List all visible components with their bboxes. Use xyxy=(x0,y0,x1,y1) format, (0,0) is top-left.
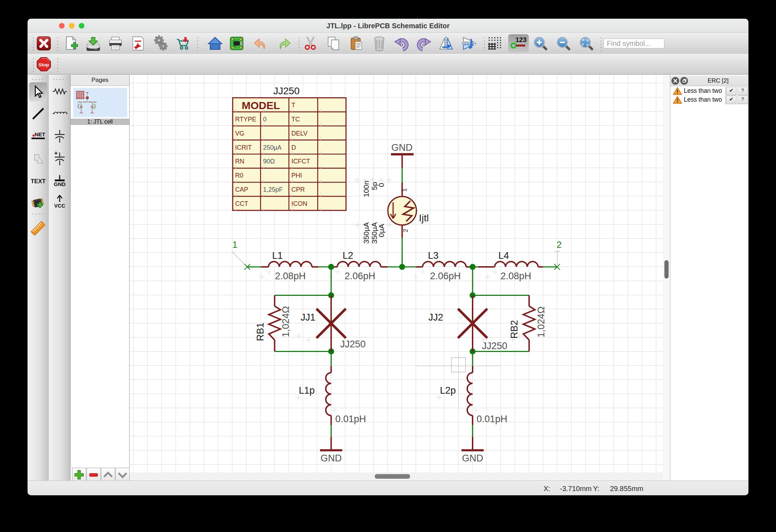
svg-text:MODEL: MODEL xyxy=(242,100,280,111)
svg-text:0.01pH: 0.01pH xyxy=(476,414,507,424)
svg-text:RTYPE: RTYPE xyxy=(235,116,256,123)
svg-text:ICFCT: ICFCT xyxy=(291,158,310,165)
svg-text:CAP: CAP xyxy=(235,186,248,193)
svg-text:D: D xyxy=(291,144,296,151)
svg-text:RB1: RB1 xyxy=(255,323,266,341)
svg-text:L1p: L1p xyxy=(299,385,315,396)
svg-text:ICRIT: ICRIT xyxy=(235,144,252,151)
svg-text:L1: L1 xyxy=(272,250,283,261)
svg-text:0µA: 0µA xyxy=(377,224,385,237)
svg-text:123: 123 xyxy=(515,36,527,43)
svg-text:1: 1 xyxy=(401,188,408,191)
svg-text:TEXT: TEXT xyxy=(31,178,46,184)
svg-text:GND: GND xyxy=(321,453,342,464)
svg-text:ICON: ICON xyxy=(291,200,307,207)
svg-text:VCC: VCC xyxy=(54,203,65,209)
svg-text:2.06pH: 2.06pH xyxy=(344,271,375,281)
svg-text:JJ1: JJ1 xyxy=(301,312,315,323)
svg-text:L3: L3 xyxy=(428,250,438,261)
svg-text:2.08pH: 2.08pH xyxy=(275,271,306,281)
svg-text:250µA: 250µA xyxy=(263,144,282,151)
svg-text:1,024Ω: 1,024Ω xyxy=(536,306,546,337)
svg-text:0.01pH: 0.01pH xyxy=(335,414,366,424)
svg-text:0: 0 xyxy=(377,183,385,187)
svg-text:NET: NET xyxy=(35,131,45,137)
svg-text:350µA: 350µA xyxy=(362,222,370,244)
svg-text:2: 2 xyxy=(402,229,409,232)
svg-text:L2: L2 xyxy=(343,250,353,261)
svg-text:GND: GND xyxy=(54,181,66,187)
svg-text:100n: 100n xyxy=(362,181,370,197)
svg-text:1,024Ω: 1,024Ω xyxy=(280,306,291,337)
svg-text:2.08pH: 2.08pH xyxy=(500,271,531,281)
svg-text:R0: R0 xyxy=(235,172,243,179)
svg-text:PHI: PHI xyxy=(291,172,302,179)
svg-text:VG: VG xyxy=(235,130,244,137)
svg-text:0: 0 xyxy=(263,116,267,123)
svg-text:2: 2 xyxy=(557,239,562,250)
svg-text:T: T xyxy=(291,102,295,109)
svg-text:CPR: CPR xyxy=(291,186,305,193)
svg-text:2.06pH: 2.06pH xyxy=(430,271,461,281)
svg-text:GND: GND xyxy=(391,142,413,153)
svg-text:DELV: DELV xyxy=(291,130,308,137)
svg-text:Ijtl: Ijtl xyxy=(419,213,429,223)
svg-text:Stop: Stop xyxy=(38,62,49,67)
svg-text:90Ω: 90Ω xyxy=(263,158,275,165)
svg-text:JJ250: JJ250 xyxy=(340,339,366,349)
svg-text:JJ250: JJ250 xyxy=(482,341,507,351)
svg-text:TC: TC xyxy=(291,116,300,123)
svg-text:RN: RN xyxy=(235,158,244,165)
svg-text:L2p: L2p xyxy=(440,385,456,396)
svg-text:GND: GND xyxy=(462,453,483,464)
svg-text:JJ2: JJ2 xyxy=(428,312,443,323)
svg-text:CCT: CCT xyxy=(235,200,248,207)
svg-text:JJ250: JJ250 xyxy=(273,85,300,96)
svg-text:1: 1 xyxy=(232,239,237,250)
svg-text:L4: L4 xyxy=(498,250,509,261)
svg-text:RB2: RB2 xyxy=(509,320,520,339)
svg-text:1,25pF: 1,25pF xyxy=(263,186,283,193)
